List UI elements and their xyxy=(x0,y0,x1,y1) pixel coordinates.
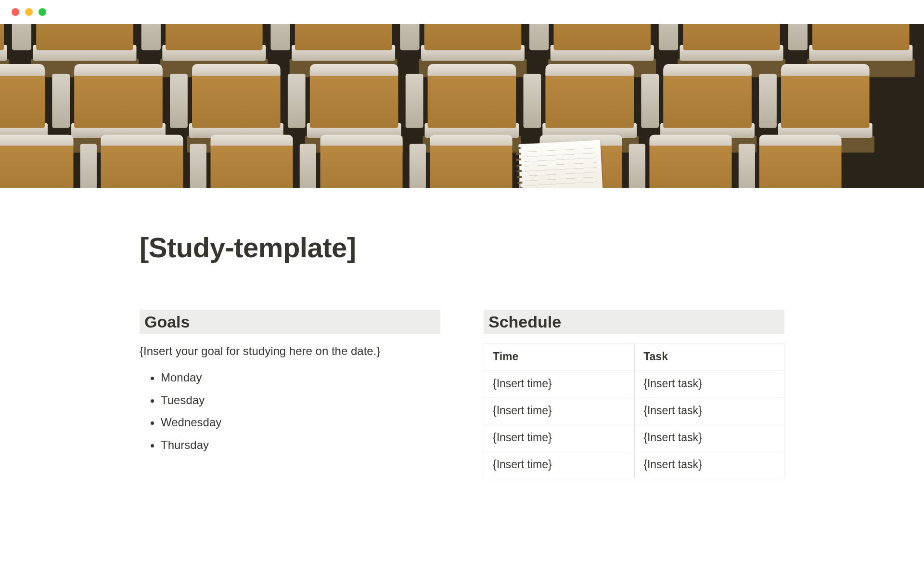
list-item[interactable]: Wednesday xyxy=(161,411,440,434)
list-item[interactable]: Tuesday xyxy=(161,389,440,412)
cell-time[interactable]: {Insert time} xyxy=(484,451,635,478)
table-row: {Insert time} {Insert task} xyxy=(484,424,784,451)
column-header-task[interactable]: Task xyxy=(635,343,784,370)
schedule-heading[interactable]: Schedule xyxy=(484,310,784,334)
notebook-icon xyxy=(518,140,603,188)
table-header-row: Time Task xyxy=(484,343,784,370)
goals-column: Goals {Insert your goal for studying her… xyxy=(140,310,440,478)
close-icon[interactable] xyxy=(12,8,19,16)
schedule-table: Time Task {Insert time} {Insert task} {I… xyxy=(484,343,784,478)
cell-time[interactable]: {Insert time} xyxy=(484,424,635,451)
cover-image[interactable] xyxy=(0,24,924,188)
list-item[interactable]: Thursday xyxy=(161,434,440,457)
column-header-time[interactable]: Time xyxy=(484,343,635,370)
fullscreen-icon[interactable] xyxy=(38,8,46,16)
list-item[interactable]: Monday xyxy=(161,367,440,389)
table-row: {Insert time} {Insert task} xyxy=(484,451,784,478)
goals-day-list: Monday Tuesday Wednesday Thursday xyxy=(161,367,440,457)
cell-time[interactable]: {Insert time} xyxy=(484,397,635,424)
table-row: {Insert time} {Insert task} xyxy=(484,397,784,424)
cell-task[interactable]: {Insert task} xyxy=(635,397,784,424)
table-row: {Insert time} {Insert task} xyxy=(484,370,784,397)
goals-description[interactable]: {Insert your goal for studying here on t… xyxy=(140,343,440,360)
schedule-column: Schedule Time Task {Insert time} {Insert… xyxy=(484,310,784,478)
goals-heading[interactable]: Goals xyxy=(140,310,440,334)
cell-time[interactable]: {Insert time} xyxy=(484,370,635,397)
window-titlebar xyxy=(0,0,924,24)
cell-task[interactable]: {Insert task} xyxy=(635,424,784,451)
page-title[interactable]: [Study-template] xyxy=(140,231,784,263)
minimize-icon[interactable] xyxy=(25,8,33,16)
cell-task[interactable]: {Insert task} xyxy=(635,370,784,397)
cell-task[interactable]: {Insert task} xyxy=(635,451,784,478)
